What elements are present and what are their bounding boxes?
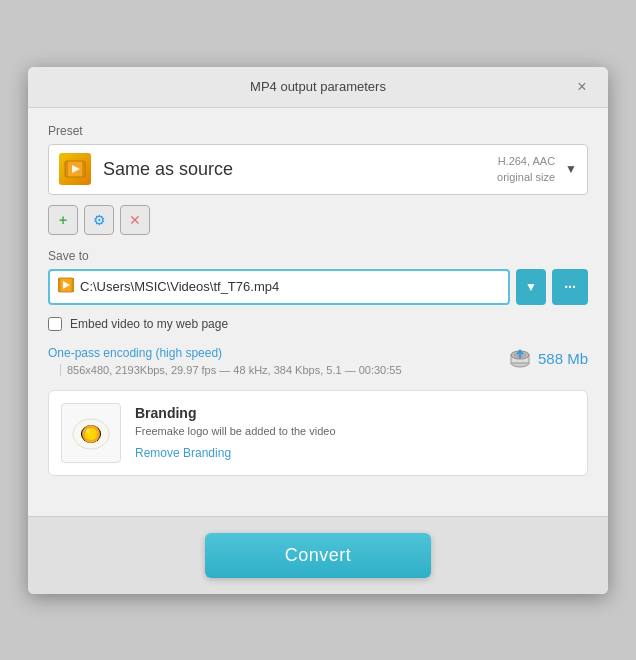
encoding-section: One-pass encoding (high speed) 856x480, … xyxy=(48,343,402,376)
branding-thumbnail xyxy=(61,403,121,463)
convert-button[interactable]: Convert xyxy=(205,533,432,578)
remove-preset-button[interactable]: ✕ xyxy=(120,205,150,235)
size-icon xyxy=(508,345,532,372)
branding-info: Branding Freemake logo will be added to … xyxy=(135,405,575,461)
save-to-label: Save to xyxy=(48,249,588,263)
embed-label[interactable]: Embed video to my web page xyxy=(70,317,228,331)
branding-description: Freemake logo will be added to the video xyxy=(135,425,575,437)
mp4-output-dialog: MP4 output parameters × Preset Same as s… xyxy=(28,67,608,594)
embed-checkbox[interactable] xyxy=(48,317,62,331)
close-button[interactable]: × xyxy=(572,77,592,97)
preset-name: Same as source xyxy=(103,159,497,180)
svg-rect-7 xyxy=(72,278,75,292)
browse-button[interactable]: ··· xyxy=(552,269,588,305)
preset-dropdown-icon[interactable]: ▼ xyxy=(565,162,577,176)
add-preset-button[interactable]: + xyxy=(48,205,78,235)
title-bar: MP4 output parameters × xyxy=(28,67,608,108)
preset-label: Preset xyxy=(48,124,588,138)
preset-codec: H.264, AAC xyxy=(497,153,555,170)
file-size-value: 588 Mb xyxy=(538,350,588,367)
dialog-footer: Convert xyxy=(28,516,608,594)
file-size-display: 588 Mb xyxy=(508,345,588,372)
branding-box: Branding Freemake logo will be added to … xyxy=(48,390,588,476)
encoding-mode-link[interactable]: One-pass encoding (high speed) xyxy=(48,346,222,360)
preset-info: H.264, AAC original size xyxy=(497,153,555,186)
remove-branding-link[interactable]: Remove Branding xyxy=(135,446,231,460)
gear-icon: ⚙ xyxy=(93,212,106,228)
preset-icon xyxy=(59,153,91,185)
svg-rect-3 xyxy=(82,161,85,177)
encoding-details: 856x480, 2193Kbps, 29.97 fps — 48 kHz, 3… xyxy=(60,364,402,376)
embed-row: Embed video to my web page xyxy=(48,317,588,331)
preset-action-buttons: + ⚙ ✕ xyxy=(48,205,588,235)
add-icon: + xyxy=(59,212,67,228)
svg-point-16 xyxy=(86,429,90,433)
branding-title: Branding xyxy=(135,405,575,421)
close-icon: ✕ xyxy=(129,212,141,228)
save-dropdown-button[interactable]: ▼ xyxy=(516,269,546,305)
file-icon xyxy=(58,277,74,296)
preset-size-info: original size xyxy=(497,169,555,186)
dialog-title: MP4 output parameters xyxy=(64,79,572,94)
svg-rect-2 xyxy=(65,161,68,177)
save-path-input[interactable] xyxy=(80,279,500,294)
svg-rect-6 xyxy=(58,278,61,292)
save-to-row: ▼ ··· xyxy=(48,269,588,305)
encoding-row: One-pass encoding (high speed) 856x480, … xyxy=(48,343,588,390)
save-path-wrapper xyxy=(48,269,510,305)
ellipsis-icon: ··· xyxy=(564,279,576,295)
preset-selector[interactable]: Same as source H.264, AAC original size … xyxy=(48,144,588,195)
chevron-down-icon: ▼ xyxy=(525,280,537,294)
settings-button[interactable]: ⚙ xyxy=(84,205,114,235)
dialog-content: Preset Same as source H.264, AAC origina… xyxy=(28,108,608,516)
